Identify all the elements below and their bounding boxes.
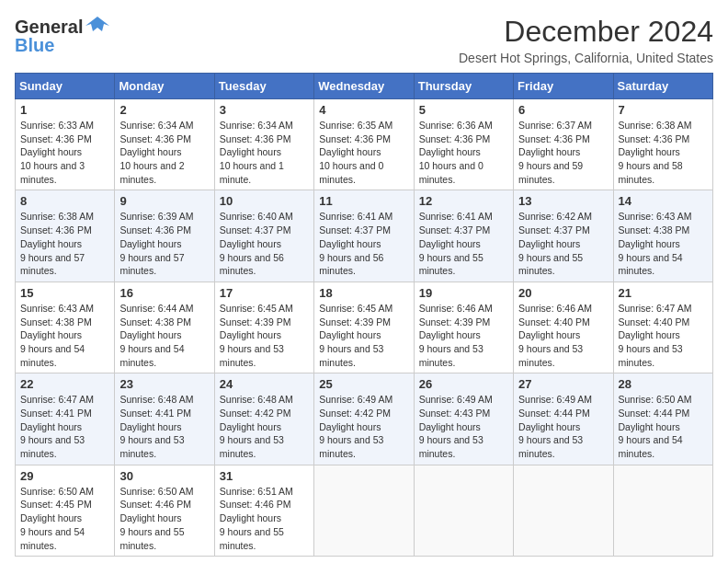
day-number: 21 — [619, 286, 708, 300]
day-number: 26 — [419, 377, 508, 391]
day-info: Sunrise: 6:49 AMSunset: 4:42 PMDaylight … — [319, 394, 392, 459]
day-number: 5 — [419, 103, 508, 117]
table-row: 1Sunrise: 6:33 AMSunset: 4:36 PMDaylight… — [16, 99, 115, 190]
day-number: 8 — [20, 194, 109, 208]
day-number: 6 — [518, 103, 608, 117]
day-number: 4 — [319, 103, 408, 117]
day-number: 10 — [220, 194, 309, 208]
page-header: General Blue December 2024 Desert Hot Sp… — [15, 15, 713, 65]
logo-bird-icon — [85, 15, 109, 39]
day-info: Sunrise: 6:43 AMSunset: 4:38 PMDaylight … — [20, 303, 94, 368]
table-row: 14Sunrise: 6:43 AMSunset: 4:38 PMDayligh… — [613, 190, 712, 282]
day-info: Sunrise: 6:41 AMSunset: 4:37 PMDaylight … — [419, 211, 493, 276]
day-number: 13 — [518, 194, 608, 208]
col-header-monday: Monday — [115, 74, 214, 99]
day-number: 17 — [220, 286, 309, 300]
logo-blue-text: Blue — [15, 35, 54, 56]
day-number: 9 — [119, 194, 209, 208]
table-row: 20Sunrise: 6:46 AMSunset: 4:40 PMDayligh… — [514, 282, 613, 373]
day-number: 23 — [119, 377, 209, 391]
table-row: 3Sunrise: 6:34 AMSunset: 4:36 PMDaylight… — [214, 99, 313, 190]
table-row — [514, 465, 613, 556]
table-row: 22Sunrise: 6:47 AMSunset: 4:41 PMDayligh… — [16, 373, 115, 465]
table-row: 29Sunrise: 6:50 AMSunset: 4:45 PMDayligh… — [16, 465, 115, 556]
title-area: December 2024 Desert Hot Springs, Califo… — [459, 15, 713, 65]
day-number: 12 — [419, 194, 508, 208]
day-info: Sunrise: 6:37 AMSunset: 4:36 PMDaylight … — [518, 120, 592, 185]
table-row: 21Sunrise: 6:47 AMSunset: 4:40 PMDayligh… — [613, 282, 712, 373]
table-row: 10Sunrise: 6:40 AMSunset: 4:37 PMDayligh… — [214, 190, 313, 282]
table-row: 13Sunrise: 6:42 AMSunset: 4:37 PMDayligh… — [514, 190, 613, 282]
table-row: 15Sunrise: 6:43 AMSunset: 4:38 PMDayligh… — [16, 282, 115, 373]
day-info: Sunrise: 6:45 AMSunset: 4:39 PMDaylight … — [220, 303, 293, 368]
day-number: 30 — [119, 469, 209, 483]
table-row: 5Sunrise: 6:36 AMSunset: 4:36 PMDaylight… — [414, 99, 513, 190]
day-info: Sunrise: 6:41 AMSunset: 4:37 PMDaylight … — [319, 211, 392, 276]
calendar-week-row: 29Sunrise: 6:50 AMSunset: 4:45 PMDayligh… — [16, 465, 713, 556]
day-info: Sunrise: 6:46 AMSunset: 4:39 PMDaylight … — [419, 303, 493, 368]
table-row: 4Sunrise: 6:35 AMSunset: 4:36 PMDaylight… — [314, 99, 414, 190]
table-row: 25Sunrise: 6:49 AMSunset: 4:42 PMDayligh… — [314, 373, 414, 465]
day-number: 14 — [619, 194, 708, 208]
day-number: 20 — [518, 286, 608, 300]
table-row — [414, 465, 513, 556]
day-info: Sunrise: 6:39 AMSunset: 4:36 PMDaylight … — [119, 211, 193, 276]
table-row: 28Sunrise: 6:50 AMSunset: 4:44 PMDayligh… — [613, 373, 712, 465]
table-row: 26Sunrise: 6:49 AMSunset: 4:43 PMDayligh… — [414, 373, 513, 465]
day-info: Sunrise: 6:34 AMSunset: 4:36 PMDaylight … — [220, 120, 293, 185]
day-info: Sunrise: 6:51 AMSunset: 4:46 PMDaylight … — [220, 486, 293, 551]
day-info: Sunrise: 6:48 AMSunset: 4:42 PMDaylight … — [220, 394, 293, 459]
calendar-table: SundayMondayTuesdayWednesdayThursdayFrid… — [15, 73, 713, 557]
table-row: 19Sunrise: 6:46 AMSunset: 4:39 PMDayligh… — [414, 282, 513, 373]
day-number: 19 — [419, 286, 508, 300]
day-info: Sunrise: 6:33 AMSunset: 4:36 PMDaylight … — [20, 120, 94, 185]
table-row: 12Sunrise: 6:41 AMSunset: 4:37 PMDayligh… — [414, 190, 513, 282]
day-info: Sunrise: 6:50 AMSunset: 4:46 PMDaylight … — [119, 486, 193, 551]
day-info: Sunrise: 6:50 AMSunset: 4:45 PMDaylight … — [20, 486, 94, 551]
day-info: Sunrise: 6:49 AMSunset: 4:44 PMDaylight … — [518, 394, 592, 459]
table-row: 7Sunrise: 6:38 AMSunset: 4:36 PMDaylight… — [613, 99, 712, 190]
day-info: Sunrise: 6:45 AMSunset: 4:39 PMDaylight … — [319, 303, 392, 368]
day-info: Sunrise: 6:47 AMSunset: 4:41 PMDaylight … — [20, 394, 94, 459]
col-header-thursday: Thursday — [414, 74, 513, 99]
month-title: December 2024 — [459, 15, 713, 49]
day-number: 7 — [619, 103, 708, 117]
day-info: Sunrise: 6:36 AMSunset: 4:36 PMDaylight … — [419, 120, 493, 185]
calendar-week-row: 1Sunrise: 6:33 AMSunset: 4:36 PMDaylight… — [16, 99, 713, 190]
table-row: 17Sunrise: 6:45 AMSunset: 4:39 PMDayligh… — [214, 282, 313, 373]
svg-marker-0 — [85, 17, 109, 31]
table-row: 9Sunrise: 6:39 AMSunset: 4:36 PMDaylight… — [115, 190, 214, 282]
day-number: 11 — [319, 194, 408, 208]
day-info: Sunrise: 6:38 AMSunset: 4:36 PMDaylight … — [20, 211, 94, 276]
day-info: Sunrise: 6:50 AMSunset: 4:44 PMDaylight … — [619, 394, 692, 459]
table-row: 30Sunrise: 6:50 AMSunset: 4:46 PMDayligh… — [115, 465, 214, 556]
col-header-saturday: Saturday — [613, 74, 712, 99]
day-info: Sunrise: 6:43 AMSunset: 4:38 PMDaylight … — [619, 211, 692, 276]
location-title: Desert Hot Springs, California, United S… — [459, 51, 713, 65]
day-number: 16 — [119, 286, 209, 300]
day-number: 29 — [20, 469, 109, 483]
col-header-friday: Friday — [514, 74, 613, 99]
day-info: Sunrise: 6:38 AMSunset: 4:36 PMDaylight … — [619, 120, 692, 185]
table-row: 2Sunrise: 6:34 AMSunset: 4:36 PMDaylight… — [115, 99, 214, 190]
day-info: Sunrise: 6:40 AMSunset: 4:37 PMDaylight … — [220, 211, 293, 276]
day-number: 3 — [220, 103, 309, 117]
table-row: 24Sunrise: 6:48 AMSunset: 4:42 PMDayligh… — [214, 373, 313, 465]
day-number: 28 — [619, 377, 708, 391]
calendar-week-row: 15Sunrise: 6:43 AMSunset: 4:38 PMDayligh… — [16, 282, 713, 373]
col-header-sunday: Sunday — [16, 74, 115, 99]
table-row — [613, 465, 712, 556]
table-row — [314, 465, 414, 556]
table-row: 23Sunrise: 6:48 AMSunset: 4:41 PMDayligh… — [115, 373, 214, 465]
calendar-week-row: 22Sunrise: 6:47 AMSunset: 4:41 PMDayligh… — [16, 373, 713, 465]
table-row: 16Sunrise: 6:44 AMSunset: 4:38 PMDayligh… — [115, 282, 214, 373]
day-info: Sunrise: 6:34 AMSunset: 4:36 PMDaylight … — [119, 120, 193, 185]
day-info: Sunrise: 6:47 AMSunset: 4:40 PMDaylight … — [619, 303, 692, 368]
day-number: 24 — [220, 377, 309, 391]
day-number: 2 — [119, 103, 209, 117]
day-number: 27 — [518, 377, 608, 391]
table-row: 6Sunrise: 6:37 AMSunset: 4:36 PMDaylight… — [514, 99, 613, 190]
calendar-week-row: 8Sunrise: 6:38 AMSunset: 4:36 PMDaylight… — [16, 190, 713, 282]
day-info: Sunrise: 6:35 AMSunset: 4:36 PMDaylight … — [319, 120, 392, 185]
table-row: 27Sunrise: 6:49 AMSunset: 4:44 PMDayligh… — [514, 373, 613, 465]
